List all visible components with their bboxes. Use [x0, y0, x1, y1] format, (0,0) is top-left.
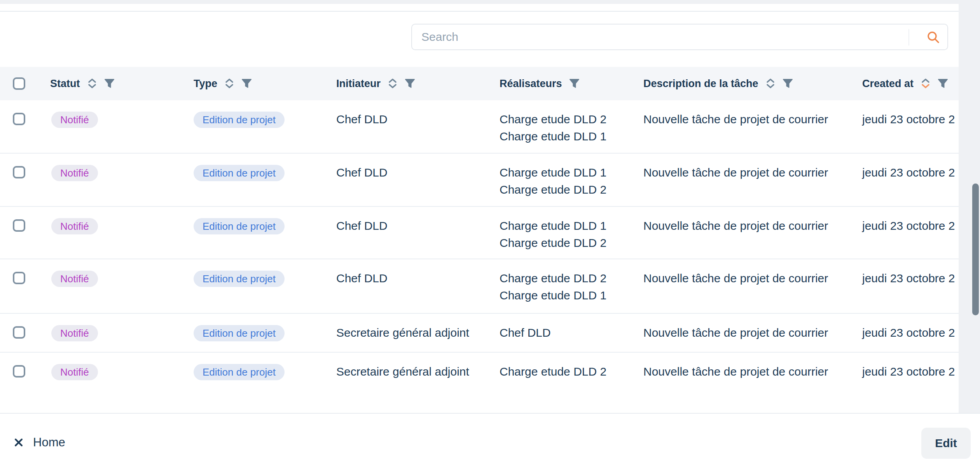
status-badge: Notifié: [51, 271, 98, 287]
column-header-label: Réalisateurs: [500, 78, 562, 90]
scrolled-panel-edge: [0, 4, 959, 12]
filter-funnel-icon[interactable]: [241, 79, 252, 89]
close-icon[interactable]: [13, 437, 24, 448]
column-header-realisateurs[interactable]: Réalisateurs: [500, 67, 580, 100]
status-badge: Notifié: [51, 218, 98, 234]
table-row[interactable]: NotifiéEdition de projetChef DLDCharge e…: [0, 100, 959, 154]
realisateur-line: Charge etude DLD 2: [500, 234, 606, 252]
column-header-label: Type: [194, 78, 217, 90]
row-checkbox[interactable]: [13, 166, 25, 178]
type-badge: Edition de projet: [194, 364, 285, 380]
realisateur-line: Charge etude DLD 2: [500, 111, 606, 128]
realisateurs-cell: Charge etude DLD 2Charge etude DLD 1: [500, 111, 606, 145]
created-at-cell: jeudi 23 octobre 2: [862, 111, 955, 128]
row-checkbox[interactable]: [13, 219, 25, 232]
initiateur-cell: Chef DLD: [336, 164, 388, 181]
realisateurs-cell: Charge etude DLD 1Charge etude DLD 2: [500, 217, 606, 252]
table-body: NotifiéEdition de projetChef DLDCharge e…: [0, 100, 959, 413]
search-icon[interactable]: [926, 30, 941, 46]
type-badge: Edition de projet: [194, 325, 285, 341]
type-cell: Edition de projet: [194, 363, 285, 380]
filter-funnel-icon[interactable]: [569, 79, 580, 89]
edit-button[interactable]: Edit: [921, 428, 971, 459]
description-cell: Nouvelle tâche de projet de courrier: [643, 270, 828, 287]
column-header-label: Statut: [50, 78, 80, 90]
sort-chevrons-icon[interactable]: [765, 78, 776, 89]
realisateur-line: Charge etude DLD 1: [500, 217, 606, 234]
column-header-created-at[interactable]: Created at: [862, 67, 948, 100]
realisateur-line: Chef DLD: [500, 324, 551, 341]
realisateur-line: Charge etude DLD 2: [500, 363, 606, 380]
table-row[interactable]: NotifiéEdition de projetSecretaire génér…: [0, 353, 959, 413]
row-checkbox-cell: [13, 166, 25, 178]
description-cell: Nouvelle tâche de projet de courrier: [643, 217, 828, 234]
created-at-cell: jeudi 23 octobre 2: [862, 217, 955, 234]
statut-cell: Notifié: [51, 111, 98, 128]
tasks-table-card: Statut Type Initiateur Réalisateurs Desc…: [0, 12, 959, 413]
search-bar: [411, 24, 948, 50]
sort-chevrons-icon[interactable]: [388, 78, 398, 89]
select-all-checkbox-cell: [13, 67, 25, 100]
search-divider: [908, 29, 909, 45]
sort-chevrons-icon[interactable]: [921, 78, 931, 89]
statut-cell: Notifié: [51, 164, 98, 181]
realisateurs-cell: Charge etude DLD 2Charge etude DLD 1: [500, 270, 606, 304]
table-row[interactable]: NotifiéEdition de projetChef DLDCharge e…: [0, 154, 959, 207]
column-header-description-de-la-tache[interactable]: Description de la tâche: [643, 67, 793, 100]
column-header-label: Created at: [862, 78, 914, 90]
initiateur-cell: Chef DLD: [336, 217, 388, 234]
row-checkbox[interactable]: [13, 272, 25, 284]
statut-cell: Notifié: [51, 324, 98, 341]
sort-chevrons-icon[interactable]: [224, 78, 234, 89]
realisateurs-cell: Charge etude DLD 1Charge etude DLD 2: [500, 164, 606, 198]
filter-funnel-icon[interactable]: [938, 79, 948, 89]
home-tab[interactable]: Home: [13, 414, 65, 465]
realisateurs-cell: Chef DLD: [500, 324, 551, 341]
initiateur-cell: Secretaire général adjoint: [336, 324, 469, 341]
realisateur-line: Charge etude DLD 2: [500, 270, 606, 287]
column-header-initiateur[interactable]: Initiateur: [336, 67, 415, 100]
table-header-row: Statut Type Initiateur Réalisateurs Desc…: [0, 67, 959, 100]
table-row[interactable]: NotifiéEdition de projetChef DLDCharge e…: [0, 207, 959, 259]
row-checkbox-cell: [13, 219, 25, 232]
type-badge: Edition de projet: [194, 112, 285, 128]
row-checkbox[interactable]: [13, 326, 25, 339]
status-badge: Notifié: [51, 325, 98, 341]
sort-chevrons-icon[interactable]: [87, 78, 97, 89]
row-checkbox-cell: [13, 113, 25, 125]
table-row[interactable]: NotifiéEdition de projetChef DLDCharge e…: [0, 259, 959, 314]
realisateurs-cell: Charge etude DLD 2: [500, 363, 606, 380]
search-input[interactable]: [412, 24, 947, 49]
type-badge: Edition de projet: [194, 271, 285, 287]
created-at-cell: jeudi 23 octobre 2: [862, 270, 955, 287]
column-header-type[interactable]: Type: [194, 67, 252, 100]
created-at-cell: jeudi 23 octobre 2: [862, 164, 955, 181]
filter-funnel-icon[interactable]: [783, 79, 793, 89]
statut-cell: Notifié: [51, 363, 98, 380]
select-all-checkbox[interactable]: [13, 77, 25, 90]
type-badge: Edition de projet: [194, 218, 285, 234]
row-checkbox-cell: [13, 326, 25, 339]
vertical-scrollbar-thumb[interactable]: [972, 184, 979, 315]
description-cell: Nouvelle tâche de projet de courrier: [643, 111, 828, 128]
type-cell: Edition de projet: [194, 164, 285, 181]
filter-funnel-icon[interactable]: [104, 79, 115, 89]
status-badge: Notifié: [51, 112, 98, 128]
type-cell: Edition de projet: [194, 217, 285, 234]
column-header-statut[interactable]: Statut: [50, 67, 115, 100]
statut-cell: Notifié: [51, 270, 98, 287]
page: Statut Type Initiateur Réalisateurs Desc…: [0, 0, 980, 465]
row-checkbox[interactable]: [13, 365, 25, 378]
filter-funnel-icon[interactable]: [405, 79, 415, 89]
type-cell: Edition de projet: [194, 324, 285, 341]
initiateur-cell: Chef DLD: [336, 111, 388, 128]
status-badge: Notifié: [51, 364, 98, 380]
realisateur-line: Charge etude DLD 1: [500, 128, 606, 145]
created-at-cell: jeudi 23 octobre 2: [862, 324, 955, 341]
type-badge: Edition de projet: [194, 165, 285, 181]
realisateur-line: Charge etude DLD 1: [500, 287, 606, 304]
statut-cell: Notifié: [51, 217, 98, 234]
home-tab-label[interactable]: Home: [33, 435, 65, 449]
table-row[interactable]: NotifiéEdition de projetSecretaire génér…: [0, 314, 959, 353]
row-checkbox[interactable]: [13, 113, 25, 125]
